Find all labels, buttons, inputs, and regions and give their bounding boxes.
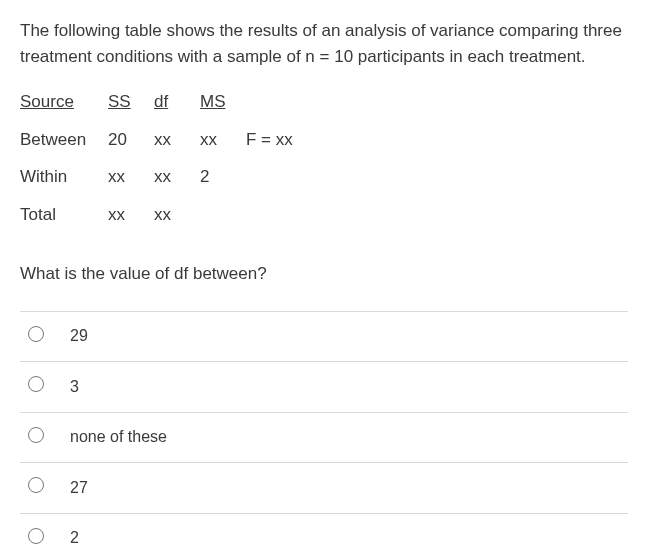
anova-header-row: Source SS df MS (20, 83, 307, 121)
cell-df: xx (154, 121, 200, 159)
cell-extra (246, 158, 307, 196)
option-row[interactable]: none of these (20, 412, 628, 463)
option-radio-3[interactable] (28, 477, 44, 493)
option-label: 29 (62, 311, 628, 362)
cell-ms (200, 196, 246, 234)
col-source: Source (20, 83, 108, 121)
col-ss: SS (108, 83, 154, 121)
option-label: 2 (62, 513, 628, 547)
cell-ms: xx (200, 121, 246, 159)
col-df: df (154, 83, 200, 121)
cell-df: xx (154, 196, 200, 234)
option-radio-4[interactable] (28, 528, 44, 544)
option-row[interactable]: 27 (20, 463, 628, 514)
cell-label: Between (20, 121, 108, 159)
option-radio-0[interactable] (28, 326, 44, 342)
col-extra (246, 83, 307, 121)
options-list: 29 3 none of these 27 2 (20, 311, 628, 548)
row-between: Between 20 xx xx F = xx (20, 121, 307, 159)
option-label: 3 (62, 362, 628, 413)
cell-ss: 20 (108, 121, 154, 159)
cell-df: xx (154, 158, 200, 196)
option-label: none of these (62, 412, 628, 463)
row-total: Total xx xx (20, 196, 307, 234)
option-radio-2[interactable] (28, 427, 44, 443)
row-within: Within xx xx 2 (20, 158, 307, 196)
option-row[interactable]: 2 (20, 513, 628, 547)
cell-ss: xx (108, 196, 154, 234)
option-radio-1[interactable] (28, 376, 44, 392)
cell-label: Total (20, 196, 108, 234)
cell-ms: 2 (200, 158, 246, 196)
cell-extra (246, 196, 307, 234)
cell-label: Within (20, 158, 108, 196)
option-row[interactable]: 29 (20, 311, 628, 362)
question-text: What is the value of df between? (20, 261, 628, 287)
option-row[interactable]: 3 (20, 362, 628, 413)
anova-table: Source SS df MS Between 20 xx xx F = xx … (20, 83, 307, 233)
cell-extra: F = xx (246, 121, 307, 159)
cell-ss: xx (108, 158, 154, 196)
option-label: 27 (62, 463, 628, 514)
prompt-text: The following table shows the results of… (20, 18, 628, 69)
col-ms: MS (200, 83, 246, 121)
